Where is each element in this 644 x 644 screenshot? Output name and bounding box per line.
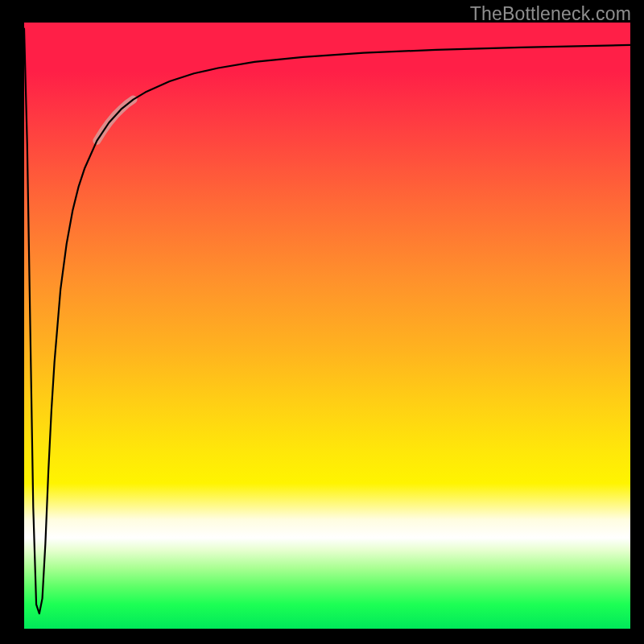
watermark-text: TheBottleneck.com	[470, 3, 631, 25]
highlight-segment	[97, 100, 133, 141]
bottleneck-curve	[24, 29, 630, 614]
chart-stage: TheBottleneck.com	[0, 0, 644, 644]
plot-area	[24, 23, 630, 629]
curve-layer	[24, 23, 630, 629]
